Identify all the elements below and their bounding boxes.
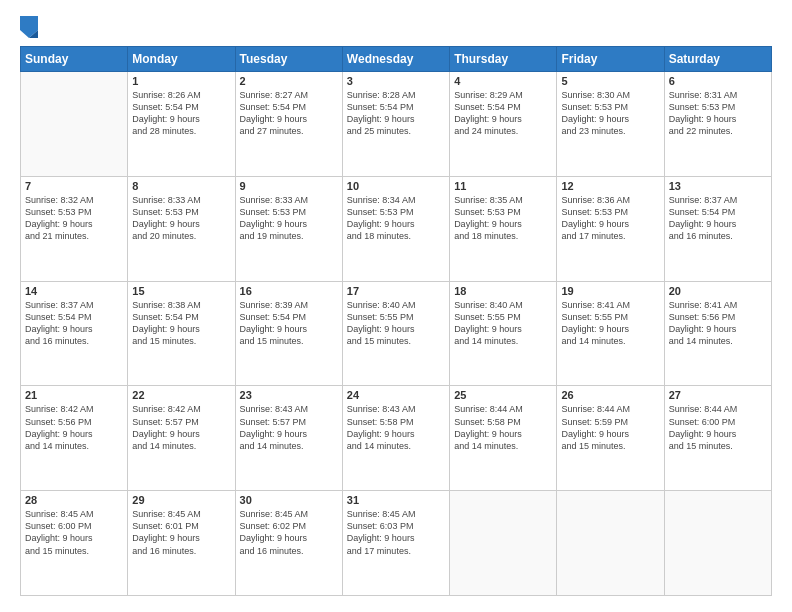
logo-icon	[20, 16, 38, 38]
day-number: 22	[132, 389, 230, 401]
day-info: Sunrise: 8:26 AM Sunset: 5:54 PM Dayligh…	[132, 89, 230, 138]
day-info: Sunrise: 8:30 AM Sunset: 5:53 PM Dayligh…	[561, 89, 659, 138]
calendar-cell: 24Sunrise: 8:43 AM Sunset: 5:58 PM Dayli…	[342, 386, 449, 491]
weekday-header: Monday	[128, 47, 235, 72]
calendar-cell: 18Sunrise: 8:40 AM Sunset: 5:55 PM Dayli…	[450, 281, 557, 386]
day-number: 19	[561, 285, 659, 297]
day-number: 29	[132, 494, 230, 506]
day-number: 30	[240, 494, 338, 506]
calendar-table: SundayMondayTuesdayWednesdayThursdayFrid…	[20, 46, 772, 596]
calendar-cell: 23Sunrise: 8:43 AM Sunset: 5:57 PM Dayli…	[235, 386, 342, 491]
day-number: 13	[669, 180, 767, 192]
day-info: Sunrise: 8:32 AM Sunset: 5:53 PM Dayligh…	[25, 194, 123, 243]
calendar-cell: 26Sunrise: 8:44 AM Sunset: 5:59 PM Dayli…	[557, 386, 664, 491]
calendar-cell: 22Sunrise: 8:42 AM Sunset: 5:57 PM Dayli…	[128, 386, 235, 491]
day-number: 23	[240, 389, 338, 401]
day-number: 24	[347, 389, 445, 401]
calendar-cell: 28Sunrise: 8:45 AM Sunset: 6:00 PM Dayli…	[21, 491, 128, 596]
weekday-header: Tuesday	[235, 47, 342, 72]
calendar-cell	[450, 491, 557, 596]
day-number: 18	[454, 285, 552, 297]
day-number: 5	[561, 75, 659, 87]
calendar-cell: 16Sunrise: 8:39 AM Sunset: 5:54 PM Dayli…	[235, 281, 342, 386]
day-number: 21	[25, 389, 123, 401]
day-info: Sunrise: 8:31 AM Sunset: 5:53 PM Dayligh…	[669, 89, 767, 138]
calendar-cell: 21Sunrise: 8:42 AM Sunset: 5:56 PM Dayli…	[21, 386, 128, 491]
day-info: Sunrise: 8:27 AM Sunset: 5:54 PM Dayligh…	[240, 89, 338, 138]
day-info: Sunrise: 8:40 AM Sunset: 5:55 PM Dayligh…	[454, 299, 552, 348]
calendar-cell: 17Sunrise: 8:40 AM Sunset: 5:55 PM Dayli…	[342, 281, 449, 386]
day-info: Sunrise: 8:40 AM Sunset: 5:55 PM Dayligh…	[347, 299, 445, 348]
day-number: 26	[561, 389, 659, 401]
calendar-cell: 15Sunrise: 8:38 AM Sunset: 5:54 PM Dayli…	[128, 281, 235, 386]
day-info: Sunrise: 8:34 AM Sunset: 5:53 PM Dayligh…	[347, 194, 445, 243]
day-info: Sunrise: 8:33 AM Sunset: 5:53 PM Dayligh…	[240, 194, 338, 243]
day-info: Sunrise: 8:45 AM Sunset: 6:00 PM Dayligh…	[25, 508, 123, 557]
calendar-cell: 14Sunrise: 8:37 AM Sunset: 5:54 PM Dayli…	[21, 281, 128, 386]
logo	[20, 16, 42, 38]
day-number: 10	[347, 180, 445, 192]
day-info: Sunrise: 8:39 AM Sunset: 5:54 PM Dayligh…	[240, 299, 338, 348]
day-number: 25	[454, 389, 552, 401]
day-number: 15	[132, 285, 230, 297]
day-info: Sunrise: 8:42 AM Sunset: 5:56 PM Dayligh…	[25, 403, 123, 452]
calendar-cell: 7Sunrise: 8:32 AM Sunset: 5:53 PM Daylig…	[21, 176, 128, 281]
day-info: Sunrise: 8:45 AM Sunset: 6:02 PM Dayligh…	[240, 508, 338, 557]
day-info: Sunrise: 8:43 AM Sunset: 5:57 PM Dayligh…	[240, 403, 338, 452]
day-number: 31	[347, 494, 445, 506]
calendar-cell: 31Sunrise: 8:45 AM Sunset: 6:03 PM Dayli…	[342, 491, 449, 596]
calendar-cell: 6Sunrise: 8:31 AM Sunset: 5:53 PM Daylig…	[664, 72, 771, 177]
calendar-cell: 20Sunrise: 8:41 AM Sunset: 5:56 PM Dayli…	[664, 281, 771, 386]
day-number: 27	[669, 389, 767, 401]
day-info: Sunrise: 8:37 AM Sunset: 5:54 PM Dayligh…	[25, 299, 123, 348]
day-number: 9	[240, 180, 338, 192]
day-number: 2	[240, 75, 338, 87]
day-info: Sunrise: 8:37 AM Sunset: 5:54 PM Dayligh…	[669, 194, 767, 243]
day-info: Sunrise: 8:33 AM Sunset: 5:53 PM Dayligh…	[132, 194, 230, 243]
day-info: Sunrise: 8:42 AM Sunset: 5:57 PM Dayligh…	[132, 403, 230, 452]
day-info: Sunrise: 8:43 AM Sunset: 5:58 PM Dayligh…	[347, 403, 445, 452]
weekday-header: Thursday	[450, 47, 557, 72]
day-info: Sunrise: 8:44 AM Sunset: 5:58 PM Dayligh…	[454, 403, 552, 452]
day-number: 12	[561, 180, 659, 192]
calendar-cell: 13Sunrise: 8:37 AM Sunset: 5:54 PM Dayli…	[664, 176, 771, 281]
calendar-cell: 9Sunrise: 8:33 AM Sunset: 5:53 PM Daylig…	[235, 176, 342, 281]
day-number: 7	[25, 180, 123, 192]
day-number: 17	[347, 285, 445, 297]
calendar-cell: 12Sunrise: 8:36 AM Sunset: 5:53 PM Dayli…	[557, 176, 664, 281]
day-info: Sunrise: 8:41 AM Sunset: 5:56 PM Dayligh…	[669, 299, 767, 348]
day-number: 4	[454, 75, 552, 87]
weekday-header: Sunday	[21, 47, 128, 72]
day-info: Sunrise: 8:45 AM Sunset: 6:01 PM Dayligh…	[132, 508, 230, 557]
day-info: Sunrise: 8:29 AM Sunset: 5:54 PM Dayligh…	[454, 89, 552, 138]
day-info: Sunrise: 8:44 AM Sunset: 6:00 PM Dayligh…	[669, 403, 767, 452]
calendar-cell: 5Sunrise: 8:30 AM Sunset: 5:53 PM Daylig…	[557, 72, 664, 177]
calendar-cell: 10Sunrise: 8:34 AM Sunset: 5:53 PM Dayli…	[342, 176, 449, 281]
day-number: 14	[25, 285, 123, 297]
day-number: 6	[669, 75, 767, 87]
calendar-cell: 3Sunrise: 8:28 AM Sunset: 5:54 PM Daylig…	[342, 72, 449, 177]
calendar-cell: 4Sunrise: 8:29 AM Sunset: 5:54 PM Daylig…	[450, 72, 557, 177]
page: SundayMondayTuesdayWednesdayThursdayFrid…	[0, 0, 792, 612]
day-info: Sunrise: 8:38 AM Sunset: 5:54 PM Dayligh…	[132, 299, 230, 348]
day-info: Sunrise: 8:35 AM Sunset: 5:53 PM Dayligh…	[454, 194, 552, 243]
day-number: 20	[669, 285, 767, 297]
calendar-cell: 19Sunrise: 8:41 AM Sunset: 5:55 PM Dayli…	[557, 281, 664, 386]
calendar-cell: 2Sunrise: 8:27 AM Sunset: 5:54 PM Daylig…	[235, 72, 342, 177]
calendar-cell	[557, 491, 664, 596]
calendar-cell: 29Sunrise: 8:45 AM Sunset: 6:01 PM Dayli…	[128, 491, 235, 596]
day-number: 8	[132, 180, 230, 192]
day-info: Sunrise: 8:41 AM Sunset: 5:55 PM Dayligh…	[561, 299, 659, 348]
calendar-cell: 8Sunrise: 8:33 AM Sunset: 5:53 PM Daylig…	[128, 176, 235, 281]
weekday-header: Saturday	[664, 47, 771, 72]
day-info: Sunrise: 8:28 AM Sunset: 5:54 PM Dayligh…	[347, 89, 445, 138]
weekday-header: Wednesday	[342, 47, 449, 72]
header	[20, 16, 772, 38]
day-number: 11	[454, 180, 552, 192]
day-number: 1	[132, 75, 230, 87]
day-number: 28	[25, 494, 123, 506]
day-number: 3	[347, 75, 445, 87]
calendar-cell: 11Sunrise: 8:35 AM Sunset: 5:53 PM Dayli…	[450, 176, 557, 281]
calendar-cell: 1Sunrise: 8:26 AM Sunset: 5:54 PM Daylig…	[128, 72, 235, 177]
day-info: Sunrise: 8:36 AM Sunset: 5:53 PM Dayligh…	[561, 194, 659, 243]
